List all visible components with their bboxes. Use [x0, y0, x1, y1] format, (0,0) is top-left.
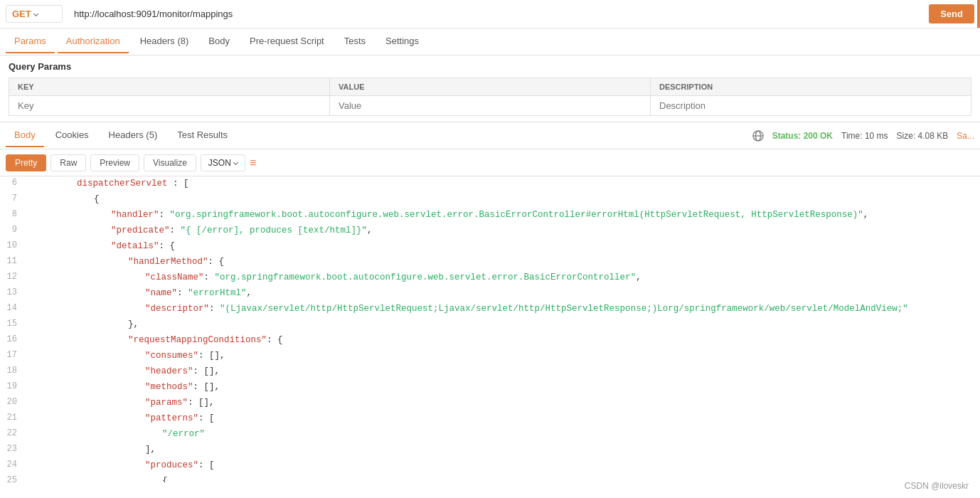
send-button[interactable]: Send: [929, 4, 974, 23]
tab-body[interactable]: Body: [200, 30, 238, 53]
body-toolbar: Pretty Raw Preview Visualize JSON ≡: [0, 149, 980, 176]
globe-icon: [752, 130, 764, 142]
json-line-6: 6 dispatcherServlet : [: [0, 176, 980, 192]
json-line-19: 19 "methods": [],: [0, 380, 980, 396]
response-time: Time: 10 ms: [841, 131, 888, 141]
chevron-down-icon: [33, 11, 38, 16]
params-table: KEY VALUE DESCRIPTION: [9, 78, 971, 116]
col-key: KEY: [9, 78, 330, 96]
response-header: Body Cookies Headers (5) Test Results St…: [0, 122, 980, 149]
tab-tests[interactable]: Tests: [336, 30, 374, 53]
format-selector[interactable]: JSON: [201, 154, 245, 171]
status-ok: Status: 200 OK: [772, 131, 833, 141]
url-input[interactable]: [68, 6, 923, 22]
format-label: JSON: [208, 158, 231, 168]
key-input[interactable]: [18, 100, 321, 111]
tab-authorization[interactable]: Authorization: [58, 30, 129, 53]
view-visualize[interactable]: Visualize: [144, 154, 196, 171]
view-raw[interactable]: Raw: [50, 154, 86, 171]
response-meta: Status: 200 OK Time: 10 ms Size: 4.08 KB…: [752, 130, 974, 142]
response-tab-body[interactable]: Body: [6, 124, 44, 147]
request-tabs: Params Authorization Headers (8) Body Pr…: [0, 28, 980, 55]
orange-bar: [977, 0, 980, 28]
query-params-section: Query Params KEY VALUE DESCRIPTION: [0, 55, 980, 122]
method-selector[interactable]: GET: [6, 5, 63, 23]
view-pretty[interactable]: Pretty: [6, 154, 46, 171]
view-preview[interactable]: Preview: [90, 154, 139, 171]
json-line-12: 12 "className": "org.springframework.boo…: [0, 270, 980, 286]
json-line-8: 8 "handler": "org.springframework.boot.a…: [0, 208, 980, 223]
json-line-24: 24 "produces": [: [0, 458, 980, 474]
query-params-title: Query Params: [9, 61, 971, 72]
col-description: DESCRIPTION: [651, 78, 971, 96]
json-line-21: 21 "patterns": [: [0, 411, 980, 427]
tab-headers[interactable]: Headers (8): [132, 30, 198, 53]
response-tab-cookies[interactable]: Cookies: [47, 124, 97, 147]
json-line-16: 16 "requestMappingConditions": {: [0, 333, 980, 349]
json-line-18: 18 "headers": [],: [0, 364, 980, 380]
json-line-22: 22 "/error": [0, 427, 980, 443]
json-line-9: 9 "predicate": "{ [/error], produces [te…: [0, 223, 980, 239]
params-row: [9, 96, 971, 116]
json-line-25: 25 {: [0, 474, 980, 482]
json-line-14: 14 "descriptor": "(Ljavax/servlet/http/H…: [0, 302, 980, 317]
col-value: VALUE: [330, 78, 651, 96]
method-label: GET: [12, 9, 31, 19]
json-line-7: 7 {: [0, 192, 980, 208]
json-line-11: 11 "handlerMethod": {: [0, 255, 980, 270]
format-chevron-icon: [233, 160, 238, 165]
save-response[interactable]: Sa...: [957, 131, 974, 141]
response-tab-testresults[interactable]: Test Results: [169, 124, 236, 147]
json-line-20: 20 "params": [],: [0, 396, 980, 411]
tab-params[interactable]: Params: [6, 30, 55, 53]
filter-icon[interactable]: ≡: [250, 157, 256, 169]
json-line-23: 23 ],: [0, 443, 980, 458]
response-size: Size: 4.08 KB: [897, 131, 949, 141]
json-line-15: 15 },: [0, 317, 980, 333]
tab-settings[interactable]: Settings: [377, 30, 427, 53]
value-input[interactable]: [339, 100, 641, 111]
description-input[interactable]: [659, 100, 962, 111]
json-content: 6 dispatcherServlet : [ 7 { 8 "handler":…: [0, 176, 980, 482]
json-line-13: 13 "name": "errorHtml",: [0, 286, 980, 302]
response-tab-headers[interactable]: Headers (5): [100, 124, 166, 147]
response-tabs: Body Cookies Headers (5) Test Results: [6, 124, 752, 147]
json-line-17: 17 "consumes": [],: [0, 349, 980, 364]
json-line-10: 10 "details": {: [0, 239, 980, 255]
watermark: CSDN @iloveskr: [905, 481, 969, 482]
tab-prerequest[interactable]: Pre-request Script: [241, 30, 333, 53]
